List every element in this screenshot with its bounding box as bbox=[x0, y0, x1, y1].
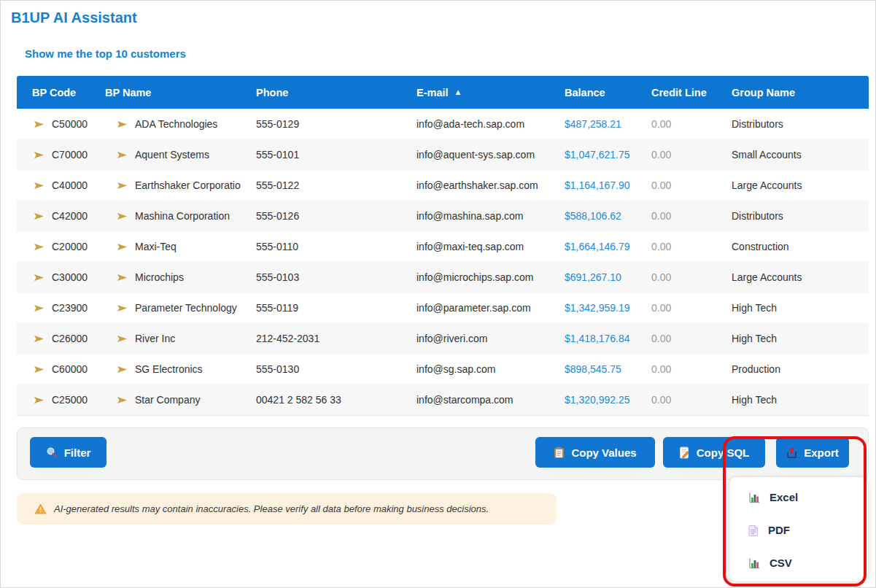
ai-disclaimer-banner: AI-generated results may contain inaccur… bbox=[17, 493, 557, 525]
export-button[interactable]: Export bbox=[776, 437, 849, 468]
table-row[interactable]: C25000Star Company00421 2 582 56 33info@… bbox=[17, 384, 869, 415]
b1up-ai-assistant-window: B1UP AI Assistant Show me the top 10 cus… bbox=[0, 0, 876, 588]
phone-cell: 555-0110 bbox=[241, 241, 401, 252]
bp-code-cell[interactable]: C26000 bbox=[17, 333, 90, 344]
credit-line-cell: 0.00 bbox=[636, 241, 716, 252]
balance-cell[interactable]: $691,267.10 bbox=[549, 271, 636, 283]
table-row[interactable]: C26000River Inc212-452-2031info@riveri.c… bbox=[17, 323, 869, 354]
drilldown-arrow-icon[interactable] bbox=[117, 182, 127, 190]
bp-name-cell[interactable]: Maxi-Teq bbox=[90, 241, 241, 252]
email-cell: info@earthshaker.sap.com bbox=[401, 179, 549, 191]
table-row[interactable]: C30000Microchips555-0103info@microchips.… bbox=[17, 262, 869, 293]
email-cell: info@microchips.sap.com bbox=[401, 271, 549, 283]
balance-cell[interactable]: $898,545.75 bbox=[549, 363, 636, 375]
credit-line-cell: 0.00 bbox=[636, 394, 716, 406]
drilldown-arrow-icon[interactable] bbox=[34, 274, 44, 282]
balance-cell[interactable]: $1,164,167.90 bbox=[549, 179, 636, 191]
phone-cell: 555-0122 bbox=[241, 179, 401, 191]
credit-line-cell: 0.00 bbox=[636, 118, 716, 130]
drilldown-arrow-icon[interactable] bbox=[117, 396, 127, 404]
column-header-bp-code[interactable]: BP Code bbox=[17, 87, 90, 98]
group-name-cell: High Tech bbox=[716, 302, 869, 314]
email-cell: info@maxi-teq.sap.com bbox=[401, 241, 549, 252]
search-icon bbox=[46, 446, 58, 458]
bp-code-cell[interactable]: C70000 bbox=[17, 149, 90, 160]
balance-cell[interactable]: $1,342,959.19 bbox=[549, 302, 636, 314]
bp-code-cell[interactable]: C40000 bbox=[17, 179, 90, 191]
table-row[interactable]: C50000ADA Technologies555-0129info@ada-t… bbox=[17, 109, 869, 139]
drilldown-arrow-icon[interactable] bbox=[34, 151, 44, 159]
bp-name-cell[interactable]: River Inc bbox=[90, 333, 241, 344]
drilldown-arrow-icon[interactable] bbox=[34, 212, 44, 220]
bp-code-cell[interactable]: C23900 bbox=[17, 302, 90, 314]
column-header-balance[interactable]: Balance bbox=[549, 87, 636, 98]
table-row[interactable]: C40000Earthshaker Corporation555-0122inf… bbox=[17, 170, 869, 201]
bp-name-cell[interactable]: Microchips bbox=[90, 271, 241, 283]
bp-name-cell[interactable]: ADA Technologies bbox=[90, 118, 241, 130]
bp-code-cell[interactable]: C20000 bbox=[17, 241, 90, 252]
column-header-group-name[interactable]: Group Name bbox=[716, 87, 869, 98]
copy-sql-button[interactable]: Copy SQL bbox=[663, 437, 765, 468]
column-header-phone[interactable]: Phone bbox=[241, 87, 401, 98]
bar-chart-icon bbox=[748, 557, 760, 569]
drilldown-arrow-icon[interactable] bbox=[34, 335, 44, 343]
bp-name-cell[interactable]: SG Electronics bbox=[90, 363, 241, 375]
drilldown-arrow-icon[interactable] bbox=[117, 274, 127, 282]
filter-button[interactable]: Filter bbox=[30, 437, 106, 468]
table-row[interactable]: C60000SG Electronics555-0130info@sg.sap.… bbox=[17, 354, 869, 384]
bp-code-cell[interactable]: C50000 bbox=[17, 118, 90, 130]
bp-name-cell[interactable]: Star Company bbox=[90, 394, 241, 406]
table-row[interactable]: C42000Mashina Corporation555-0126info@ma… bbox=[17, 201, 869, 231]
balance-cell[interactable]: $1,320,992.25 bbox=[549, 394, 636, 406]
drilldown-arrow-icon[interactable] bbox=[117, 151, 127, 159]
drilldown-arrow-icon[interactable] bbox=[117, 365, 127, 374]
credit-line-cell: 0.00 bbox=[636, 179, 716, 191]
phone-cell: 555-0101 bbox=[241, 149, 401, 160]
export-menu-item-csv[interactable]: CSV bbox=[729, 546, 868, 579]
phone-cell: 555-0119 bbox=[241, 302, 401, 314]
drilldown-arrow-icon[interactable] bbox=[34, 243, 44, 251]
copy-values-button[interactable]: Copy Values bbox=[535, 437, 655, 468]
table-row[interactable]: C23900Parameter Technology555-0119info@p… bbox=[17, 293, 869, 323]
table-row[interactable]: C70000Aquent Systems555-0101info@aquent-… bbox=[17, 139, 869, 170]
bp-code-cell[interactable]: C42000 bbox=[17, 210, 90, 222]
balance-cell[interactable]: $1,047,621.75 bbox=[549, 149, 636, 160]
email-cell: info@riveri.com bbox=[401, 333, 549, 344]
bp-name-cell[interactable]: Aquent Systems bbox=[90, 149, 241, 160]
bp-code-cell[interactable]: C60000 bbox=[17, 363, 90, 375]
drilldown-arrow-icon[interactable] bbox=[34, 304, 44, 312]
table-row[interactable]: C20000Maxi-Teq555-0110info@maxi-teq.sap.… bbox=[17, 231, 869, 262]
column-header-credit-line[interactable]: Credit Line bbox=[636, 87, 716, 98]
drilldown-arrow-icon[interactable] bbox=[117, 243, 127, 251]
drilldown-arrow-icon[interactable] bbox=[117, 335, 127, 343]
credit-line-cell: 0.00 bbox=[636, 302, 716, 314]
drilldown-arrow-icon[interactable] bbox=[34, 182, 44, 190]
page-title: B1UP AI Assistant bbox=[11, 9, 137, 26]
drilldown-arrow-icon[interactable] bbox=[34, 396, 44, 404]
drilldown-arrow-icon[interactable] bbox=[117, 304, 127, 312]
credit-line-cell: 0.00 bbox=[636, 333, 716, 344]
balance-cell[interactable]: $1,418,176.84 bbox=[549, 333, 636, 344]
bp-name-cell[interactable]: Earthshaker Corporation bbox=[90, 179, 241, 191]
balance-cell[interactable]: $1,664,146.79 bbox=[549, 241, 636, 252]
sort-ascending-icon[interactable]: ▲ bbox=[454, 88, 462, 96]
export-menu-item-pdf[interactable]: PDF bbox=[729, 514, 868, 546]
drilldown-arrow-icon[interactable] bbox=[34, 365, 44, 374]
bp-name-cell[interactable]: Mashina Corporation bbox=[90, 210, 241, 222]
column-header-email[interactable]: E-mail ▲ bbox=[401, 87, 549, 98]
column-header-bp-name[interactable]: BP Name bbox=[90, 87, 241, 98]
balance-cell[interactable]: $487,258.21 bbox=[549, 118, 636, 130]
balance-cell[interactable]: $588,106.62 bbox=[549, 210, 636, 222]
phone-cell: 555-0130 bbox=[241, 363, 401, 375]
phone-cell: 212-452-2031 bbox=[241, 333, 401, 344]
bp-code-cell[interactable]: C30000 bbox=[17, 271, 90, 283]
bp-name-cell[interactable]: Parameter Technology bbox=[90, 302, 241, 314]
group-name-cell: Small Accounts bbox=[716, 149, 869, 160]
drilldown-arrow-icon[interactable] bbox=[117, 212, 127, 220]
drilldown-arrow-icon[interactable] bbox=[34, 120, 44, 128]
phone-cell: 555-0103 bbox=[241, 271, 401, 283]
email-cell: info@ada-tech.sap.com bbox=[401, 118, 549, 130]
bp-code-cell[interactable]: C25000 bbox=[17, 394, 90, 406]
export-menu-item-excel[interactable]: Excel bbox=[729, 481, 868, 514]
drilldown-arrow-icon[interactable] bbox=[117, 120, 127, 128]
